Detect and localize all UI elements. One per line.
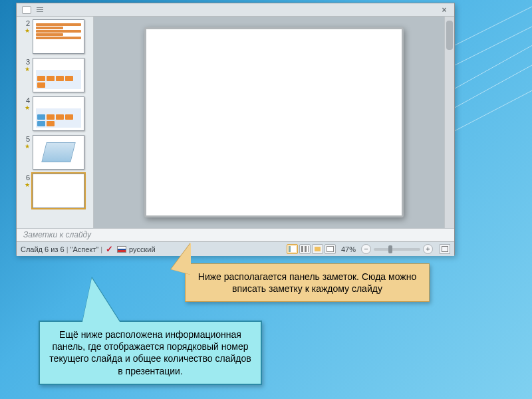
callout-text: Ещё ниже расположена информационная пане…	[49, 329, 251, 376]
view-sorter-button[interactable]	[299, 244, 311, 254]
slide-preview	[33, 96, 84, 131]
slide-number: 4	[19, 96, 30, 104]
language-label[interactable]: русский	[129, 245, 155, 253]
view-reading-button[interactable]	[312, 244, 323, 254]
notes-pane[interactable]: Заметки к слайду	[17, 228, 454, 241]
theme-name[interactable]: "Аспект"	[70, 245, 99, 253]
close-pane-button[interactable]: ×	[438, 5, 450, 15]
view-normal-button[interactable]	[287, 244, 298, 254]
slide-number: 5	[19, 135, 30, 143]
outline-tab-icon[interactable]	[35, 6, 45, 14]
callout-notes-panel: Ниже располагается панель заметок. Сюда …	[185, 263, 430, 302]
slide-preview	[33, 19, 84, 54]
slide-preview	[33, 58, 84, 92]
zoom-slider[interactable]	[374, 248, 420, 251]
slides-tab-icon[interactable]	[22, 6, 31, 14]
callout-status-bar: Ещё ниже расположена информационная пане…	[39, 321, 262, 385]
slide-number: 3	[19, 58, 30, 66]
slide-canvas-area[interactable]	[94, 17, 454, 228]
animation-star-icon: ★	[19, 27, 30, 34]
animation-star-icon: ★	[19, 104, 30, 111]
zoom-out-button[interactable]: −	[361, 244, 371, 254]
slide-thumbnail[interactable]: 2★	[17, 17, 93, 55]
status-bar: Слайд 6 из 6 | "Аспект" | ✓ русский 47% …	[17, 241, 454, 256]
spellcheck-icon[interactable]: ✓	[106, 244, 113, 254]
slide-thumbnail[interactable]: 5★	[17, 132, 93, 171]
callout-text: Ниже располагается панель заметок. Сюда …	[198, 271, 416, 294]
animation-star-icon: ★	[19, 143, 30, 150]
animation-star-icon: ★	[19, 66, 30, 72]
view-mode-buttons	[287, 244, 336, 254]
slide-preview	[33, 174, 84, 208]
zoom-in-button[interactable]: +	[423, 244, 433, 254]
zoom-percent[interactable]: 47%	[341, 245, 356, 253]
animation-star-icon: ★	[19, 182, 30, 188]
slide-thumbnail[interactable]: 4★	[17, 94, 93, 132]
slide-preview	[33, 135, 84, 170]
slide-thumbnail[interactable]: 6★	[17, 171, 93, 209]
slide-number: 6	[19, 174, 30, 182]
notes-placeholder: Заметки к слайду	[23, 230, 91, 239]
powerpoint-window: × 2★ 3★ 4★ 5★	[16, 3, 455, 255]
language-flag-icon[interactable]	[117, 246, 126, 253]
slide-thumbnail-panel[interactable]: 2★ 3★ 4★ 5★	[17, 17, 94, 228]
view-slideshow-button[interactable]	[325, 244, 336, 254]
slide-indicator[interactable]: Слайд 6 из 6	[21, 245, 65, 253]
pane-header: ×	[17, 3, 454, 17]
slide-thumbnail[interactable]: 3★	[17, 55, 93, 94]
current-slide-canvas[interactable]	[144, 27, 404, 217]
zoom-fit-button[interactable]	[440, 244, 450, 254]
slide-number: 2	[19, 19, 30, 27]
zoom-controls: 47% − +	[341, 244, 450, 254]
